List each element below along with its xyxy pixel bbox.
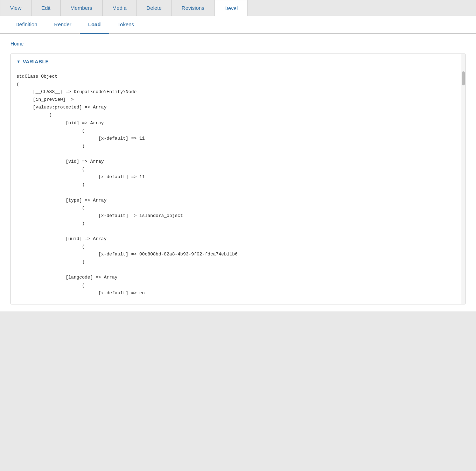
top-navigation: View Edit Members Media Delete Revisions… xyxy=(0,0,476,16)
scrollbar-thumb xyxy=(462,71,465,85)
collapse-triangle-icon: ▼ xyxy=(16,59,21,64)
tab-members[interactable]: Members xyxy=(61,0,103,16)
tab-revisions[interactable]: Revisions xyxy=(172,0,215,16)
tab-edit[interactable]: Edit xyxy=(31,0,61,16)
content-area: Definition Render Load Tokens Home ▼ VAR… xyxy=(0,16,476,311)
secondary-navigation: Definition Render Load Tokens xyxy=(0,16,476,34)
variable-block: ▼ VARIABLE stdClass Object ( [__CLASS__]… xyxy=(10,54,465,304)
tab-devel[interactable]: Devel xyxy=(215,0,248,16)
tab-delete[interactable]: Delete xyxy=(136,0,172,16)
tab-view[interactable]: View xyxy=(0,0,31,16)
tab-load[interactable]: Load xyxy=(80,16,109,34)
scrollbar[interactable] xyxy=(461,54,465,304)
variable-block-title: VARIABLE xyxy=(23,59,49,64)
tab-tokens[interactable]: Tokens xyxy=(109,16,143,34)
breadcrumb: Home xyxy=(10,41,465,47)
main-content: Home ▼ VARIABLE stdClass Object ( [__CLA… xyxy=(0,34,476,311)
variable-code: stdClass Object ( [__CLASS__] => Drupal\… xyxy=(16,73,460,297)
tab-media[interactable]: Media xyxy=(103,0,137,16)
breadcrumb-home-link[interactable]: Home xyxy=(10,41,23,47)
tab-render[interactable]: Render xyxy=(46,16,80,34)
variable-block-content[interactable]: stdClass Object ( [__CLASS__] => Drupal\… xyxy=(11,69,465,304)
variable-block-header[interactable]: ▼ VARIABLE xyxy=(11,54,465,69)
tab-definition[interactable]: Definition xyxy=(7,16,46,34)
